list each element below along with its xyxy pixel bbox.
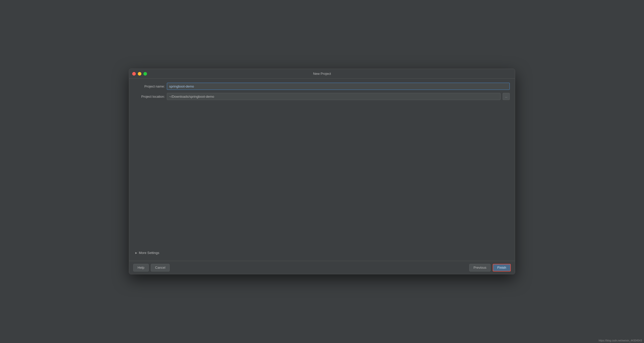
footer-left-buttons: Help Cancel (133, 264, 170, 271)
new-project-dialog: New Project Project name: Project locati… (129, 69, 515, 274)
maximize-button[interactable] (143, 72, 147, 76)
window-title: New Project (313, 72, 331, 76)
project-location-input[interactable] (167, 93, 501, 100)
more-settings-label: More Settings (139, 251, 159, 255)
dialog-footer: Help Cancel Previous Finish (129, 261, 515, 274)
title-bar: New Project (129, 69, 515, 79)
project-name-row: Project name: (134, 83, 510, 90)
finish-button[interactable]: Finish (493, 264, 511, 271)
project-location-row: Project location: ... (134, 93, 510, 100)
browse-button[interactable]: ... (503, 93, 510, 100)
more-settings-chevron: ▶ (135, 251, 137, 254)
dialog-content: Project name: Project location: ... ▶ Mo… (129, 79, 515, 261)
project-name-label: Project name: (134, 84, 165, 88)
minimize-button[interactable] (138, 72, 141, 76)
more-settings-row[interactable]: ▶ More Settings (134, 249, 510, 257)
cancel-button[interactable]: Cancel (151, 264, 170, 271)
watermark-url: https://blog.csdn.net/weixin_44304543 (599, 339, 642, 342)
footer-right-buttons: Previous Finish (469, 264, 511, 271)
close-button[interactable] (132, 72, 136, 76)
previous-button[interactable]: Previous (469, 264, 491, 271)
content-spacer (134, 103, 510, 246)
help-button[interactable]: Help (133, 264, 149, 271)
project-location-label: Project location: (134, 95, 165, 98)
window-controls (132, 72, 147, 76)
project-name-input[interactable] (167, 83, 510, 90)
